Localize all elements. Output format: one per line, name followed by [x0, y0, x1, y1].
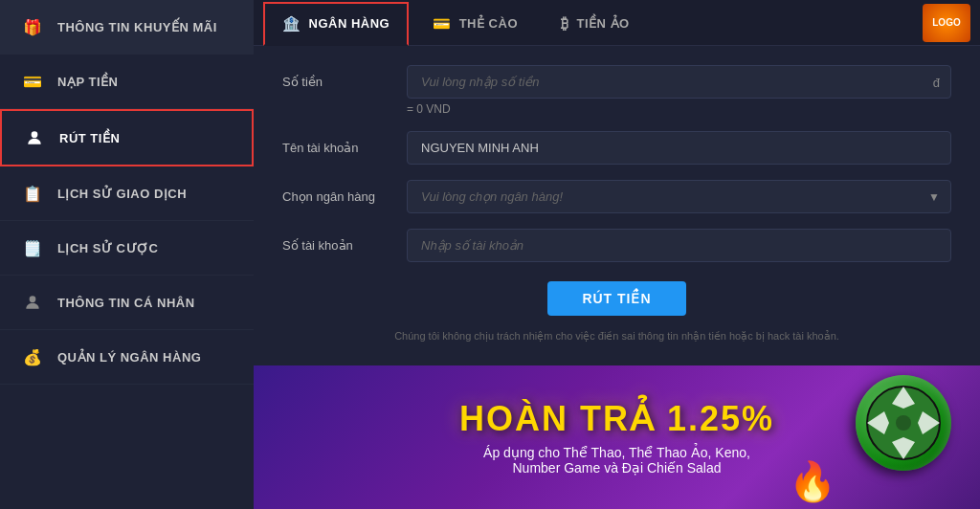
quan-ly-ngan-hang-icon: 💰	[19, 343, 46, 370]
ten-tai-khoan-label: Tên tài khoản	[282, 131, 407, 155]
ten-tai-khoan-field	[407, 131, 951, 165]
so-tien-label: Số tiền	[282, 65, 407, 89]
sidebar: 🎁 THÔNG TIN KHUYẾN MÃI 💳 NẠP TIỀN RÚT TI…	[0, 0, 254, 509]
tab-bar: 🏦 NGÂN HÀNG 💳 THẺ CÀO ₿ TIỀN ẢO LOGO	[254, 0, 980, 46]
ten-tai-khoan-input[interactable]	[407, 131, 951, 165]
sidebar-item-quan-ly-ngan-hang[interactable]: 💰 QUẢN LÝ NGÂN HÀNG	[0, 330, 254, 385]
khuyen-mai-icon: 🎁	[19, 13, 46, 40]
svg-point-0	[32, 131, 38, 138]
banner-title: HOÀN TRẢ 1.25%	[459, 399, 774, 439]
sidebar-item-lich-su-giao-dich-label: LỊCH SỬ GIAO DỊCH	[57, 187, 187, 201]
so-tai-khoan-input[interactable]	[407, 229, 951, 262]
svg-point-3	[896, 415, 911, 431]
rut-tien-icon	[21, 124, 48, 151]
sidebar-item-quan-ly-ngan-hang-label: QUẢN LÝ NGÂN HÀNG	[57, 350, 201, 365]
so-tien-input[interactable]	[407, 65, 951, 99]
fire-decoration: 🔥	[789, 459, 836, 504]
sidebar-item-nap-tien-label: NẠP TIỀN	[57, 75, 118, 89]
ten-tai-khoan-row: Tên tài khoản	[282, 131, 951, 165]
the-cao-tab-icon: 💳	[433, 15, 452, 33]
chon-ngan-hang-select[interactable]: Vui lòng chọn ngân hàng! Vietcombank Tec…	[407, 180, 951, 213]
tab-the-cao-label: THẺ CÀO	[459, 16, 518, 31]
so-tien-row: Số tiền đ = 0 VND	[282, 65, 951, 116]
submit-row: RÚT TIỀN	[282, 281, 951, 316]
tab-ngan-hang-label: NGÂN HÀNG	[309, 16, 390, 31]
sidebar-item-thong-tin-ca-nhan[interactable]: THÔNG TIN CÁ NHÂN	[0, 276, 254, 330]
lich-su-giao-dich-icon: 📋	[19, 180, 46, 207]
sidebar-item-rut-tien-label: RÚT TIỀN	[59, 131, 120, 145]
so-tai-khoan-label: Số tài khoản	[282, 229, 407, 253]
tab-tien-ao[interactable]: ₿ TIỀN ẢO	[542, 2, 649, 43]
sidebar-item-khuyen-mai[interactable]: 🎁 THÔNG TIN KHUYẾN MÃI	[0, 0, 254, 55]
sidebar-item-thong-tin-ca-nhan-label: THÔNG TIN CÁ NHÂN	[57, 296, 195, 310]
so-tien-field: đ = 0 VND	[407, 65, 951, 116]
sidebar-item-rut-tien[interactable]: RÚT TIỀN	[0, 109, 254, 166]
tab-tien-ao-label: TIỀN ẢO	[577, 16, 630, 31]
so-tai-khoan-row: Số tài khoản	[282, 229, 951, 262]
sidebar-item-lich-su-cuoc[interactable]: 🗒️ LỊCH SỬ CƯỢC	[0, 221, 254, 276]
ngan-hang-tab-icon: 🏦	[282, 15, 301, 33]
sidebar-item-lich-su-giao-dich[interactable]: 📋 LỊCH SỬ GIAO DỊCH	[0, 166, 254, 221]
main-content: 🏦 NGÂN HÀNG 💳 THẺ CÀO ₿ TIỀN ẢO LOGO Số …	[254, 0, 980, 509]
chon-ngan-hang-field: Vui lòng chọn ngân hàng! Vietcombank Tec…	[407, 180, 951, 213]
sidebar-item-khuyen-mai-label: THÔNG TIN KHUYẾN MÃI	[57, 20, 217, 34]
lich-su-cuoc-icon: 🗒️	[19, 234, 46, 261]
banner: HOÀN TRẢ 1.25% Áp dụng cho Thể Thao, Thể…	[254, 365, 980, 509]
so-tai-khoan-field	[407, 229, 951, 262]
disclaimer: Chúng tôi không chịu trách nhiệm cho việ…	[282, 330, 951, 343]
tien-ao-tab-icon: ₿	[561, 15, 569, 32]
amount-note: = 0 VND	[407, 102, 951, 116]
currency-suffix: đ	[933, 75, 940, 89]
corner-logo: LOGO	[923, 4, 970, 42]
chon-ngan-hang-label: Chọn ngân hàng	[282, 180, 407, 204]
banner-subtitle: Áp dụng cho Thể Thao, Thể Thao Ảo, Keno,…	[483, 445, 750, 476]
svg-point-1	[30, 296, 36, 302]
ball-decoration	[856, 375, 951, 471]
tab-the-cao[interactable]: 💳 THẺ CÀO	[413, 2, 537, 44]
form-area: Số tiền đ = 0 VND Tên tài khoản Chọn ngâ…	[254, 46, 980, 365]
sidebar-item-nap-tien[interactable]: 💳 NẠP TIỀN	[0, 55, 254, 109]
chon-ngan-hang-row: Chọn ngân hàng Vui lòng chọn ngân hàng! …	[282, 180, 951, 213]
sidebar-item-lich-su-cuoc-label: LỊCH SỬ CƯỢC	[57, 241, 158, 255]
nap-tien-icon: 💳	[19, 68, 46, 95]
tab-ngan-hang[interactable]: 🏦 NGÂN HÀNG	[263, 2, 409, 46]
thong-tin-ca-nhan-icon	[19, 289, 46, 316]
submit-button[interactable]: RÚT TIỀN	[547, 281, 685, 316]
